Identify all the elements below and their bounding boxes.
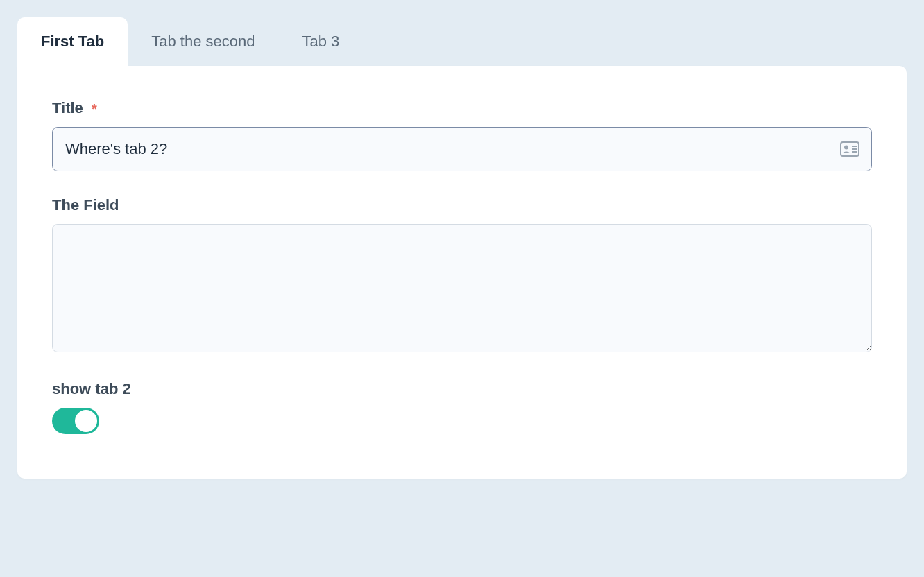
tab-panel: Title * The Field show tab 2 — [17, 66, 907, 479]
tab-label: First Tab — [41, 33, 104, 50]
label-text: show tab 2 — [52, 380, 131, 397]
tab-third[interactable]: Tab 3 — [279, 17, 363, 66]
show-tab-2-label: show tab 2 — [52, 380, 872, 398]
tab-label: Tab the second — [151, 33, 255, 50]
the-field-textarea[interactable] — [52, 224, 872, 352]
toggle-knob-icon — [75, 410, 97, 432]
tab-second[interactable]: Tab the second — [128, 17, 278, 66]
id-card-icon — [840, 141, 859, 157]
title-label: Title * — [52, 99, 872, 117]
field-group-the-field: The Field — [52, 196, 872, 355]
show-tab-2-toggle-wrapper — [52, 408, 99, 437]
field-group-show-tab-2: show tab 2 — [52, 380, 872, 437]
title-input[interactable] — [52, 127, 872, 171]
tab-bar: First Tab Tab the second Tab 3 — [17, 17, 907, 66]
tab-first[interactable]: First Tab — [17, 17, 128, 66]
field-group-title: Title * — [52, 99, 872, 171]
required-asterisk-icon: * — [92, 101, 97, 117]
title-input-wrapper — [52, 127, 872, 171]
svg-point-1 — [844, 146, 848, 150]
the-field-label: The Field — [52, 196, 872, 214]
label-text: Title — [52, 99, 83, 117]
show-tab-2-toggle[interactable] — [52, 408, 99, 434]
tab-label: Tab 3 — [302, 33, 340, 50]
label-text: The Field — [52, 196, 119, 214]
